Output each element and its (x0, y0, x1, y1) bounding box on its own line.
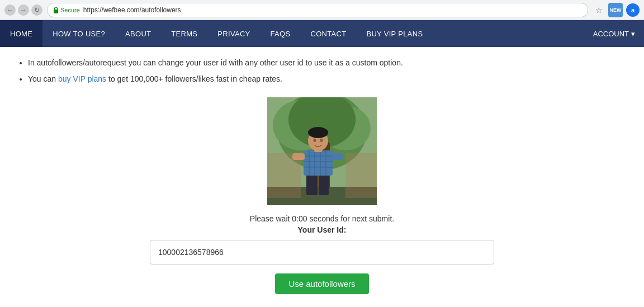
svg-rect-21 (292, 153, 305, 160)
account-label: ACCOUNT (593, 30, 629, 38)
bookmark-icon[interactable]: ☆ (593, 4, 605, 16)
nav-item-buy-vip-plans[interactable]: BUY VIP PLANS (356, 20, 433, 47)
nav-item-terms[interactable]: TERMS (161, 20, 207, 47)
wait-text: Please wait 0:00 seconds for next submit… (17, 214, 627, 223)
account-avatar[interactable]: a (626, 3, 640, 17)
bullet-item-1: In autofollowers/autorequest you can cha… (28, 56, 627, 70)
user-id-input[interactable] (150, 240, 494, 265)
info-list: In autofollowers/autorequest you can cha… (17, 56, 627, 86)
refresh-button[interactable]: ↻ (31, 4, 42, 16)
nav-item-home[interactable]: HOME (0, 20, 42, 47)
wait-section: Please wait 0:00 seconds for next submit… (17, 214, 627, 234)
svg-rect-0 (54, 10, 58, 13)
secure-label: Secure (60, 7, 80, 13)
svg-rect-22 (332, 153, 343, 160)
nav-account-menu[interactable]: ACCOUNT ▾ (584, 20, 644, 47)
back-button[interactable]: ← (4, 4, 16, 16)
svg-rect-11 (306, 173, 318, 195)
address-bar[interactable]: Secure https://wefbee.com/autofollowers (47, 3, 588, 17)
vip-plans-link[interactable]: buy VIP plans (58, 74, 106, 83)
browser-actions: ☆ NEW a (593, 3, 640, 17)
extension-icon[interactable]: NEW (608, 3, 623, 17)
navbar: HOME HOW TO USE? ABOUT TERMS PRIVACY FAQ… (0, 20, 644, 47)
browser-chrome: ← → ↻ Secure https://wefbee.com/autofoll… (0, 0, 644, 20)
profile-image (267, 97, 377, 205)
input-section (17, 240, 627, 265)
nav-item-about[interactable]: ABOUT (115, 20, 161, 47)
account-dropdown-arrow: ▾ (631, 30, 635, 38)
main-content: In autofollowers/autorequest you can cha… (0, 47, 644, 307)
nav-item-how-to-use[interactable]: HOW TO USE? (42, 20, 115, 47)
forward-button[interactable]: → (18, 4, 29, 16)
nav-item-contact[interactable]: CONTACT (300, 20, 356, 47)
secure-icon: Secure (53, 7, 80, 13)
svg-rect-12 (319, 174, 329, 195)
bullet-item-2: You can buy VIP plans to get 100,000+ fo… (28, 72, 627, 86)
user-id-label: Your User Id: (17, 225, 627, 234)
svg-rect-13 (304, 150, 333, 176)
browser-controls: ← → ↻ (4, 4, 42, 16)
svg-point-26 (314, 139, 316, 142)
nav-item-privacy[interactable]: PRIVACY (207, 20, 260, 47)
svg-point-27 (320, 139, 323, 142)
image-section (17, 97, 627, 205)
button-section: Use autofollowers (17, 273, 627, 294)
nav-item-faqs[interactable]: FAQS (261, 20, 301, 47)
url-display: https://wefbee.com/autofollowers (83, 6, 181, 14)
use-autofollowers-button[interactable]: Use autofollowers (275, 273, 368, 294)
svg-point-25 (308, 127, 328, 138)
svg-rect-10 (345, 153, 377, 198)
